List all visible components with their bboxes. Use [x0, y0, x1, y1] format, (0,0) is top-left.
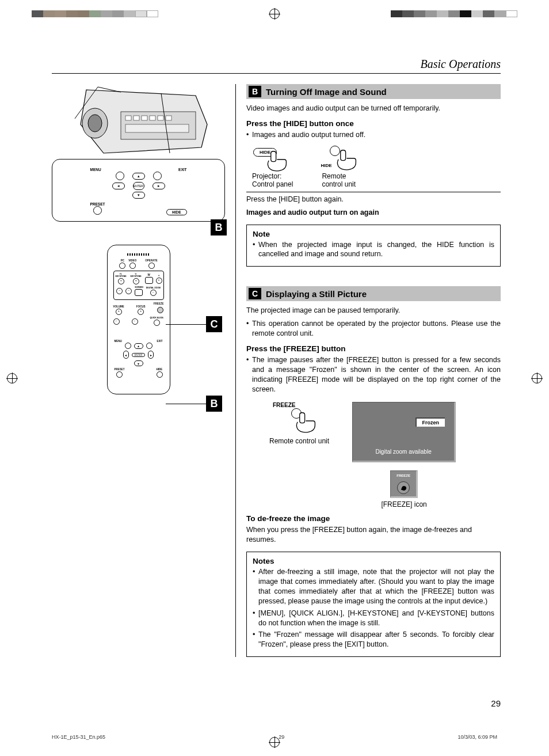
page-number: 29 [491, 698, 501, 708]
control-panel-diagram: MENU EXIT ▴ ◂ ENTER ▸ ▾ [52, 159, 225, 222]
svg-rect-7 [150, 116, 155, 120]
menu-button-icon [116, 172, 124, 180]
turn-on-text: Images and audio output turn on again [246, 208, 501, 218]
exit-button-icon [153, 172, 162, 180]
projector-illustration [63, 84, 213, 162]
freeze-icon-illustration: FREEZE [390, 470, 418, 498]
frozen-badge: Frozen [415, 417, 445, 427]
notes-bullet-1: After de-freezing a still image, note th… [258, 567, 494, 606]
svg-rect-4 [125, 116, 131, 120]
press-hide-bullet: Images and audio output turned off. [252, 130, 365, 140]
callout-marker-b: B [206, 396, 222, 412]
footer-page: 29 [279, 734, 284, 740]
notes-bullet-2: [MENU], [QUICK ALIGN.], [H-KEYSTONE] and… [258, 609, 494, 628]
freeze-label-text: FREEZE [273, 402, 329, 408]
preset-button-icon [93, 206, 102, 215]
right-button-icon: ▸ [152, 183, 165, 189]
section-c-intro-bullet: This operation cannot be operated by the… [252, 319, 501, 339]
svg-rect-6 [142, 116, 147, 120]
press-again-text: Press the [HIDE] button again. [246, 195, 501, 204]
svg-point-2 [88, 115, 102, 132]
left-column: MENU EXIT ▴ ◂ ENTER ▸ ▾ [52, 84, 236, 657]
page-title: Basic Operations [52, 58, 501, 74]
svg-rect-10 [125, 124, 189, 132]
footer-date: 10/3/03, 6:09 PM [458, 734, 497, 740]
svg-rect-9 [166, 116, 171, 120]
callout-marker-b: B [211, 219, 227, 235]
remote-hide-figure: HIDE Remote control unit [322, 146, 362, 188]
down-button-icon: ▾ [132, 192, 145, 199]
section-c-title: Displaying a Still Picture [266, 289, 367, 299]
section-marker-c: C [249, 288, 261, 299]
note-box-b: Note •When the projected image input is … [246, 225, 501, 267]
callout-marker-c: C [206, 316, 222, 332]
section-b-intro: Video images and audio output can be tur… [246, 104, 501, 113]
svg-rect-5 [134, 116, 139, 120]
section-b-title: Turning Off Image and Sound [266, 87, 387, 97]
svg-rect-8 [158, 116, 163, 120]
registration-mark-icon [269, 9, 280, 19]
registration-mark-icon [532, 373, 542, 383]
press-freeze-heading: Press the [FREEZE] button [246, 344, 501, 353]
remote-hide-button-icon [157, 371, 163, 378]
hide-label-small: HIDE [321, 163, 331, 168]
defreeze-heading: To de-freeze the image [246, 514, 501, 523]
hand-press-icon [333, 149, 359, 172]
up-button-icon: ▴ [132, 173, 145, 180]
freeze-icon-caption: [FREEZE] icon [352, 500, 456, 508]
remote-control-diagram: PC VIDEO OPERATE H-KEYSTONE+ V-KEYSTONE+… [107, 245, 170, 394]
notes-bullet-3: The "Frozen" message will disappear afte… [258, 630, 494, 649]
exit-label: EXIT [178, 168, 186, 172]
enter-button-icon: ENTER [133, 182, 144, 190]
callout-line [166, 324, 206, 325]
notes-box-c: Notes •After de-freezing a still image, … [246, 552, 501, 657]
note-title: Note [253, 230, 494, 238]
hide-button-icon: HIDE [166, 209, 187, 215]
note-bullet: When the projected image input is change… [258, 240, 494, 260]
notes-title: Notes [253, 557, 494, 565]
color-bar-left [32, 10, 158, 17]
preset-label: PRESET [90, 202, 105, 206]
callout-line [166, 404, 206, 404]
freeze-button-icon [157, 307, 163, 313]
press-freeze-bullet: The image pauses after the [FREEZE] butt… [252, 355, 501, 394]
footer-meta: HX-1E_p15-31_En.p65 29 10/3/03, 6:09 PM [52, 734, 497, 740]
remote-freeze-figure: FREEZE Remote control unit [269, 402, 329, 445]
registration-mark-icon [7, 373, 17, 383]
frozen-subtext: Digital zoom available [353, 449, 454, 455]
freeze-label: FREEZE [154, 302, 164, 305]
frozen-screen-illustration: Frozen Digital zoom available [352, 402, 456, 462]
right-column: B Turning Off Image and Sound Video imag… [236, 84, 501, 657]
section-marker-b: B [249, 86, 261, 97]
menu-label: MENU [90, 168, 101, 172]
footer-file: HX-1E_p15-31_En.p65 [52, 734, 105, 740]
section-c-header: C Displaying a Still Picture [246, 286, 501, 301]
projector-hide-figure: HIDE Projector: Control panel [252, 146, 293, 188]
section-b-header: B Turning Off Image and Sound [246, 84, 501, 99]
defreeze-text: When you press the [FREEZE] button again… [246, 525, 501, 545]
color-bar-right [391, 10, 517, 17]
hand-press-icon [264, 150, 289, 173]
hand-press-icon [292, 412, 318, 435]
left-button-icon: ◂ [112, 183, 125, 189]
remote-caption: Remote control unit [269, 437, 329, 445]
section-c-intro: The projected image can be paused tempor… [246, 306, 501, 316]
press-hide-heading: Press the [HIDE] button once [246, 119, 501, 128]
